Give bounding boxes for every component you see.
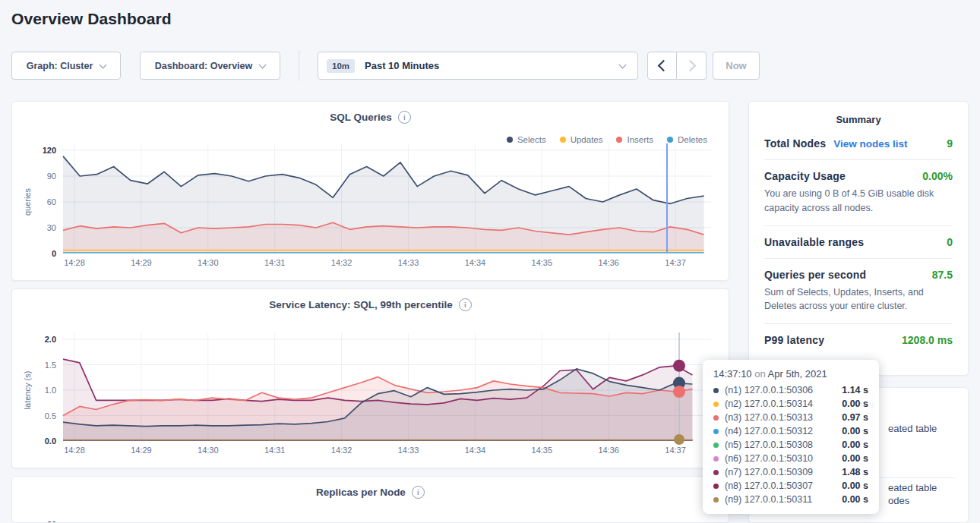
svg-text:0: 0 (52, 249, 56, 258)
chevron-down-icon (619, 61, 627, 68)
svg-text:14:28: 14:28 (64, 258, 85, 267)
p99-latency-label: P99 latency (764, 334, 824, 346)
legend-item-updates[interactable]: Updates (560, 135, 603, 144)
sql-queries-legend: SelectsUpdatesInsertsDeletes (507, 135, 707, 144)
svg-text:90: 90 (47, 172, 56, 181)
svg-text:60: 60 (47, 197, 56, 206)
tooltip-date: Apr 5th, 2021 (768, 368, 827, 380)
legend-item-selects[interactable]: Selects (507, 135, 546, 144)
summary-row-p99: P99 latency 1208.0 ms (764, 334, 953, 346)
tooltip-node-row: (n3) 127.0.0.1:503130.97 s (713, 411, 868, 424)
tooltip-node-row: (n4) 127.0.0.1:503120.00 s (713, 424, 868, 438)
chart-title: Replicas per Node (316, 487, 406, 498)
time-range-label: Past 10 Minutes (365, 60, 439, 71)
divider (764, 159, 953, 160)
dashboard-dropdown[interactable]: Dashboard: Overview (140, 52, 280, 80)
tooltip-time: 14:37:10 (713, 368, 752, 380)
svg-text:14:32: 14:32 (331, 446, 352, 455)
time-range-badge: 10m (327, 59, 355, 73)
event-item-fragment[interactable]: odes (888, 495, 909, 506)
controls-divider (299, 50, 299, 81)
svg-text:14:34: 14:34 (465, 258, 486, 267)
svg-text:1.5: 1.5 (45, 361, 56, 370)
page-title: Overview Dashboard (11, 10, 172, 28)
svg-text:14:30: 14:30 (198, 258, 219, 267)
sql-queries-title-row: SQL Queries i (12, 111, 729, 124)
info-icon[interactable]: i (412, 486, 425, 499)
time-prev-button[interactable] (647, 52, 677, 80)
svg-text:14:28: 14:28 (64, 446, 85, 455)
service-latency-chart[interactable]: 0.00.51.01.52.014:2814:2914:3014:3114:32… (12, 289, 729, 468)
tooltip-node-row: (n1) 127.0.0.1:503061.14 s (713, 383, 868, 397)
time-nav-group (647, 52, 707, 80)
svg-text:14:33: 14:33 (398, 446, 419, 455)
legend-dot (560, 137, 566, 143)
tooltip-node-row: (n7) 127.0.0.1:503091.48 s (713, 465, 868, 479)
node-color-dot (713, 402, 719, 407)
svg-text:120: 120 (43, 146, 56, 155)
service-latency-title-row: Service Latency: SQL, 99th percentile i (12, 298, 729, 311)
p99-latency-value: 1208.0 ms (902, 334, 953, 346)
svg-text:14:36: 14:36 (598, 258, 619, 267)
tooltip-node-row: (n5) 127.0.0.1:503080.00 s (713, 438, 868, 452)
node-color-dot (713, 456, 719, 462)
time-range-selector[interactable]: 10m Past 10 Minutes (318, 52, 638, 80)
legend-item-inserts[interactable]: Inserts (616, 135, 653, 144)
view-nodes-list-link[interactable]: View nodes list (833, 138, 907, 150)
svg-text:14:29: 14:29 (131, 446, 152, 455)
sql-queries-card: 030609012014:2814:2914:3014:3114:3214:33… (11, 101, 729, 281)
svg-text:latency (s): latency (s) (23, 371, 32, 410)
legend-dot (507, 137, 513, 143)
replicas-y-tick: 30 (47, 520, 56, 523)
svg-text:14:33: 14:33 (398, 258, 419, 267)
graph-dropdown[interactable]: Graph: Cluster (11, 52, 121, 80)
svg-text:14:37: 14:37 (665, 258, 686, 267)
node-color-dot (713, 470, 719, 475)
latency-hover-tooltip: 14:37:10 on Apr 5th, 2021 (n1) 127.0.0.1… (703, 360, 879, 514)
node-color-dot (713, 497, 719, 503)
chevron-left-icon (658, 60, 670, 72)
unavailable-ranges-value: 0 (947, 236, 953, 248)
time-next-button[interactable] (677, 52, 707, 80)
legend-dot (616, 137, 622, 143)
tooltip-timestamp: 14:37:10 on Apr 5th, 2021 (713, 368, 868, 380)
svg-text:14:32: 14:32 (331, 258, 352, 267)
divider (764, 323, 953, 324)
svg-text:14:31: 14:31 (264, 446, 286, 455)
svg-text:14:31: 14:31 (264, 258, 286, 267)
svg-text:14:34: 14:34 (465, 446, 486, 455)
chart-title: Service Latency: SQL, 99th percentile (269, 299, 453, 310)
replicas-title-row: Replicas per Node i (12, 486, 729, 499)
tooltip-node-row: (n8) 127.0.0.1:503070.00 s (713, 479, 868, 493)
node-color-dot (713, 484, 719, 489)
sql-queries-chart[interactable]: 030609012014:2814:2914:3014:3114:3214:33… (12, 102, 729, 281)
svg-text:30: 30 (47, 223, 56, 232)
svg-text:14:29: 14:29 (131, 258, 152, 267)
summary-row-total-nodes: Total Nodes View nodes list 9 (764, 137, 953, 150)
node-color-dot (713, 415, 719, 421)
capacity-usage-subtext: You are using 0 B of 4.5 GiB usable disk… (764, 187, 953, 216)
svg-text:14:36: 14:36 (598, 446, 619, 455)
node-color-dot (713, 429, 719, 434)
svg-text:1.0: 1.0 (45, 386, 56, 395)
divider (764, 258, 953, 259)
svg-text:14:35: 14:35 (532, 446, 553, 455)
divider (764, 225, 953, 226)
unavailable-ranges-label: Unavailable ranges (764, 236, 864, 248)
legend-item-deletes[interactable]: Deletes (667, 135, 707, 144)
info-icon[interactable]: i (459, 298, 472, 311)
chevron-down-icon (259, 61, 267, 68)
event-item-fragment[interactable]: eated table (888, 482, 937, 493)
event-item-fragment[interactable]: eated table (888, 423, 937, 434)
info-icon[interactable]: i (398, 111, 411, 124)
summary-row-qps: Queries per second 87.5 (764, 269, 953, 281)
now-button[interactable]: Now (713, 52, 760, 80)
tooltip-node-row: (n2) 127.0.0.1:503140.00 s (713, 397, 868, 411)
dashboard-dropdown-label: Dashboard: Overview (155, 61, 253, 71)
tooltip-node-row: (n9) 127.0.0.1:503110.00 s (713, 493, 868, 506)
svg-text:queries: queries (23, 187, 32, 216)
graph-dropdown-label: Graph: Cluster (27, 61, 93, 71)
svg-text:14:35: 14:35 (532, 258, 553, 267)
summary-heading: Summary (764, 114, 953, 125)
tooltip-rows: (n1) 127.0.0.1:503061.14 s(n2) 127.0.0.1… (713, 383, 868, 506)
